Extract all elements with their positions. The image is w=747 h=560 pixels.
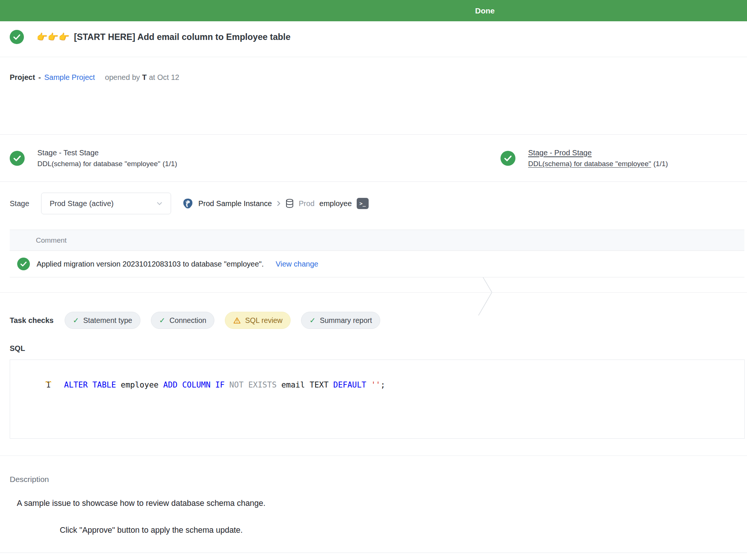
page-title-text: [START HERE] Add email column to Employe… [74,32,291,42]
stage-done-check-icon [10,151,25,166]
chevron-right-icon [277,200,280,206]
stage-title: Stage - Test Stage [37,149,177,157]
stage-test-stage[interactable]: Stage - Test Stage DDL(schema) for datab… [10,135,177,181]
check-badge-statement-type[interactable]: ✓ Statement type [65,312,140,329]
sql-editor[interactable]: 1ALTER TABLE employee ADD COLUMN IF NOT … [10,360,745,439]
comment-text: Applied migration version 20231012083103… [37,260,264,268]
stage-title-link[interactable]: Stage - Prod Stage [528,149,668,157]
opened-by-user: T [142,73,147,82]
check-badge-connection[interactable]: ✓ Connection [151,312,214,329]
check-icon: ✓ [73,316,79,325]
status-banner: Done [0,0,747,21]
check-icon: ✓ [309,316,316,325]
terminal-icon: >_ [359,200,366,206]
check-badge-sql-review[interactable]: SQL review [225,312,291,329]
stage-dropdown-value: Prod Stage (active) [50,199,114,208]
opened-by-prefix: opened by [105,73,140,82]
sql-statement: ALTER TABLE employee ADD COLUMN IF NOT E… [64,380,385,389]
comment-table-header: Comment [10,230,744,251]
stage-pipeline: Stage - Test Stage DDL(schema) for datab… [0,134,747,182]
comment-column-header: Comment [36,236,66,245]
issue-status-label: Done [475,0,495,21]
database-breadcrumb: Prod Sample Instance Prod employee >_ [182,198,369,209]
description-paragraph: Click "Approve" button to apply the sche… [60,526,243,535]
task-checks-label: Task checks [10,316,65,325]
stage-text: Stage - Prod Stage DDL(schema) for datab… [528,149,668,168]
pointing-emoji: 👉👉👉 [37,32,69,42]
environment-label: Prod [299,199,314,208]
task-checks-row: Task checks ✓ Statement type ✓ Connectio… [10,312,391,329]
stage-selector-row: Stage Prod Stage (active) Prod Sample In… [10,192,369,215]
stage-task-count: (1/1) [162,160,177,168]
database-icon [285,199,294,208]
project-link[interactable]: Sample Project [44,73,95,82]
description-label: Description [10,475,49,484]
sql-editor-button[interactable]: >_ [357,198,369,209]
divider [0,292,747,293]
comment-success-check-icon [17,258,30,270]
chevron-down-icon [156,202,162,205]
check-badge-summary-report[interactable]: ✓ Summary report [301,312,380,329]
stage-done-check-icon [500,151,515,166]
database-link[interactable]: employee [319,199,352,208]
stage-text: Stage - Test Stage DDL(schema) for datab… [37,149,177,168]
project-separator: - [38,73,41,82]
divider [0,455,747,456]
opened-by: opened by T at Oct 12 [105,73,179,82]
view-change-link[interactable]: View change [276,260,318,268]
sql-code-line: 1ALTER TABLE employee ADD COLUMN IF NOT … [10,368,385,402]
stage-subtitle: DDL(schema) for database "employee"(1/1) [37,160,177,168]
description-paragraph: A sample issue to showcase how to review… [17,499,266,508]
stage-prod-stage[interactable]: Stage - Prod Stage DDL(schema) for datab… [500,135,668,181]
project-row: Project - Sample Project opened by T at … [10,73,179,82]
warning-squiggle-icon [45,380,51,383]
issue-done-check-icon [10,30,24,44]
comment-table: Comment Applied migration version 202310… [10,230,744,277]
check-icon: ✓ [159,316,165,325]
opened-at: at Oct 12 [149,73,179,82]
stage-dropdown[interactable]: Prod Stage (active) [41,193,171,214]
project-label: Project [10,73,35,82]
stage-subtitle-link[interactable]: DDL(schema) for database "employee"(1/1) [528,160,668,168]
stage-selector-label: Stage [10,199,41,208]
comment-row: Applied migration version 20231012083103… [10,251,744,277]
divider [0,57,747,57]
divider [0,553,747,553]
postgresql-icon [182,198,193,209]
page-title: 👉👉👉 [START HERE] Add email column to Emp… [37,32,291,42]
sql-section-label: SQL [10,344,25,353]
stage-task-count: (1/1) [653,160,668,168]
warning-triangle-icon [233,317,241,324]
issue-title-row: 👉👉👉 [START HERE] Add email column to Emp… [10,30,291,44]
instance-link[interactable]: Prod Sample Instance [198,199,272,208]
